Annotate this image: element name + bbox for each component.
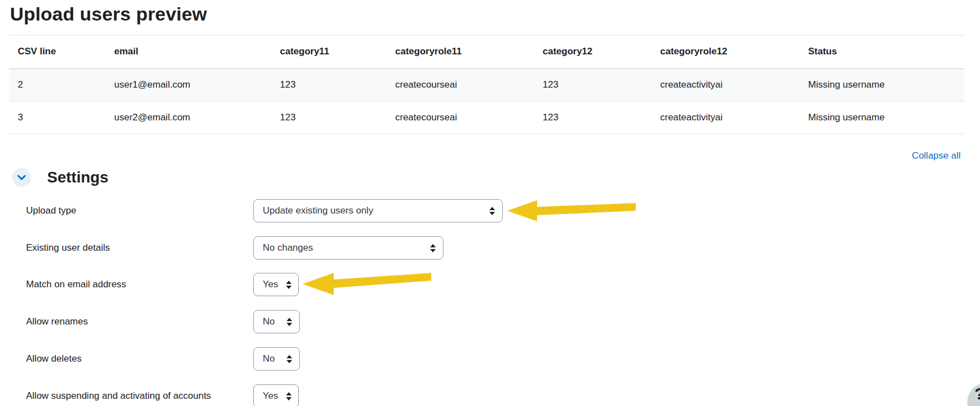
allow-suspending-label: Allow suspending and activating of accou…	[26, 384, 211, 406]
page-title: Upload users preview	[10, 3, 207, 25]
form-row-allow-renames: Allow renames No	[0, 310, 980, 333]
existing-user-details-label: Existing user details	[26, 236, 110, 260]
select-arrows-icon	[489, 207, 495, 215]
match-on-email-select[interactable]: Yes	[253, 273, 299, 296]
table-row: 2 user1@email.com 123 createcourseai 123…	[9, 69, 964, 101]
allow-renames-label: Allow renames	[26, 310, 88, 333]
cell-categoryrole11: createcourseai	[387, 101, 534, 134]
form-row-allow-suspending: Allow suspending and activating of accou…	[0, 384, 980, 406]
cell-category11: 123	[272, 101, 387, 134]
chevron-down-icon	[17, 175, 26, 180]
column-header-categoryrole11: categoryrole11	[387, 35, 534, 69]
allow-deletes-selected-value: No	[263, 353, 275, 364]
column-header-status: Status	[800, 35, 964, 69]
upload-type-selected-value: Update existing users only	[263, 205, 373, 216]
form-row-allow-deletes: Allow deletes No	[0, 347, 980, 371]
cell-category11: 123	[272, 69, 387, 101]
form-row-existing-user-details: Existing user details No changes	[0, 236, 980, 260]
table-header-row: CSV line email category11 categoryrole11…	[9, 35, 964, 69]
table-row: 3 user2@email.com 123 createcourseai 123…	[9, 101, 964, 134]
upload-type-select[interactable]: Update existing users only	[253, 199, 503, 222]
allow-suspending-selected-value: Yes	[263, 390, 278, 402]
match-on-email-label: Match on email address	[26, 273, 126, 296]
cell-status: Missing username	[800, 69, 964, 101]
column-header-category12: category12	[534, 35, 652, 69]
select-arrows-icon	[430, 244, 436, 252]
cell-csv-line: 3	[9, 101, 106, 134]
cell-category12: 123	[534, 101, 652, 134]
cell-categoryrole12: createactivityai	[652, 101, 800, 134]
cell-category12: 123	[534, 69, 652, 101]
allow-suspending-select[interactable]: Yes	[253, 384, 299, 406]
column-header-email: email	[106, 35, 272, 69]
cell-email: user2@email.com	[106, 101, 272, 134]
allow-deletes-label: Allow deletes	[26, 347, 81, 371]
column-header-csv-line: CSV line	[9, 35, 106, 69]
form-row-upload-type: Upload type Update existing users only	[0, 199, 980, 222]
allow-renames-select[interactable]: No	[253, 310, 300, 333]
existing-user-details-selected-value: No changes	[263, 242, 313, 253]
settings-collapse-toggle-button[interactable]	[12, 168, 31, 187]
allow-renames-selected-value: No	[263, 316, 275, 327]
match-on-email-selected-value: Yes	[263, 279, 278, 290]
cell-categoryrole11: createcourseai	[387, 69, 534, 101]
select-arrows-icon	[287, 355, 292, 363]
select-arrows-icon	[287, 318, 292, 326]
settings-section-heading: Settings	[47, 169, 108, 186]
csv-preview-table: CSV line email category11 categoryrole11…	[9, 35, 964, 134]
column-header-categoryrole12: categoryrole12	[652, 35, 800, 69]
select-arrows-icon	[286, 392, 292, 400]
upload-type-label: Upload type	[26, 199, 76, 222]
existing-user-details-select[interactable]: No changes	[253, 236, 443, 260]
allow-deletes-select[interactable]: No	[253, 347, 300, 371]
cell-categoryrole12: createactivityai	[652, 69, 800, 101]
cell-status: Missing username	[800, 101, 964, 134]
select-arrows-icon	[286, 281, 292, 289]
cell-csv-line: 2	[9, 69, 106, 101]
collapse-all-link[interactable]: Collapse all	[912, 150, 961, 161]
question-mark-icon: ?	[974, 384, 980, 403]
upload-users-preview-page: Upload users preview CSV line email cate…	[0, 0, 980, 406]
column-header-category11: category11	[272, 35, 387, 69]
form-row-match-on-email: Match on email address Yes	[0, 273, 980, 296]
cell-email: user1@email.com	[106, 69, 272, 101]
